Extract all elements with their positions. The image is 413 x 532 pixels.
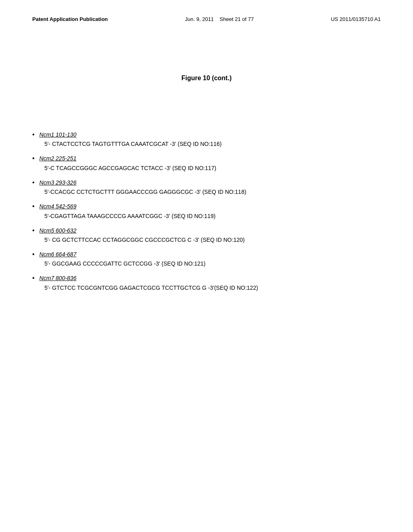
page-header: Patent Application Publication Jun. 9, 2… [32, 16, 381, 26]
label-ncm4: Ncm4 542-569 [40, 202, 77, 211]
bullet-dot-ncm6: • [32, 250, 35, 259]
label-ncm6: Ncm6 664-687 [40, 250, 77, 259]
bullet-item-ncm4: •Ncm4 542-569 [32, 202, 381, 211]
bullet-item-ncm3: •Ncm3 293-326 [32, 178, 381, 187]
header-date: Jun. 9, 2011 [185, 16, 214, 22]
bullet-item-ncm2: •Ncm2 225-251 [32, 154, 381, 163]
header-date-sheet: Jun. 9, 2011 Sheet 21 of 77 [185, 16, 254, 22]
header-left: Patent Application Publication [32, 16, 108, 22]
bullet-dot-ncm7: • [32, 274, 35, 283]
page: Patent Application Publication Jun. 9, 2… [0, 0, 413, 532]
figure-title: Figure 10 (cont.) [32, 75, 381, 82]
bullet-item-ncm6: •Ncm6 664-687 [32, 250, 381, 259]
bullet-item-ncm5: •Ncm5 600-632 [32, 226, 381, 235]
bullet-dot-ncm5: • [32, 226, 35, 235]
sequence-ncm1: 5'- CTACTCCTCG TAGTGTTTGA CAAATCGCAT -3'… [44, 140, 381, 148]
label-ncm7: Ncm7 800-836 [40, 274, 77, 283]
bullet-item-ncm7: •Ncm7 800-836 [32, 274, 381, 283]
sequence-ncm2: 5'-C TCAGCCGGGC AGCCGAGCAC TCTACC -3' (S… [44, 164, 381, 172]
content-area: •Ncm1 101-1305'- CTACTCCTCG TAGTGTTTGA C… [32, 130, 381, 292]
bullet-dot-ncm1: • [32, 130, 35, 139]
bullet-item-ncm1: •Ncm1 101-130 [32, 130, 381, 139]
bullet-dot-ncm4: • [32, 202, 35, 211]
label-ncm5: Ncm5 600-632 [40, 226, 77, 235]
sequence-ncm7: 5'- GTCTCC TCGCGNTCGG GAGACTCGCG TCCTTGC… [44, 284, 381, 292]
sequence-ncm4: 5'-CGAGTTAGA TAAAGCCCCG AAAATCGGC -3' (S… [44, 212, 381, 220]
sequence-ncm6: 5'- GGCGAAG CCCCCGATTC GCTCCGG -3' (SEQ … [44, 260, 381, 268]
bullet-dot-ncm2: • [32, 154, 35, 163]
header-sheet: Sheet 21 of 77 [220, 16, 254, 22]
label-ncm2: Ncm2 225-251 [40, 154, 77, 163]
sequence-ncm5: 5'- CG GCTCTTCCAC CCTAGGCGGC CGCCCGCTCG … [44, 236, 381, 244]
label-ncm1: Ncm1 101-130 [40, 130, 77, 139]
sequence-ncm3: 5'-CCACGC CCTCTGCTTT GGGAACCCGG GAGGGCGC… [44, 188, 381, 196]
header-patent-number: US 2011/0135710 A1 [331, 16, 381, 22]
label-ncm3: Ncm3 293-326 [40, 178, 77, 187]
bullet-dot-ncm3: • [32, 178, 35, 187]
